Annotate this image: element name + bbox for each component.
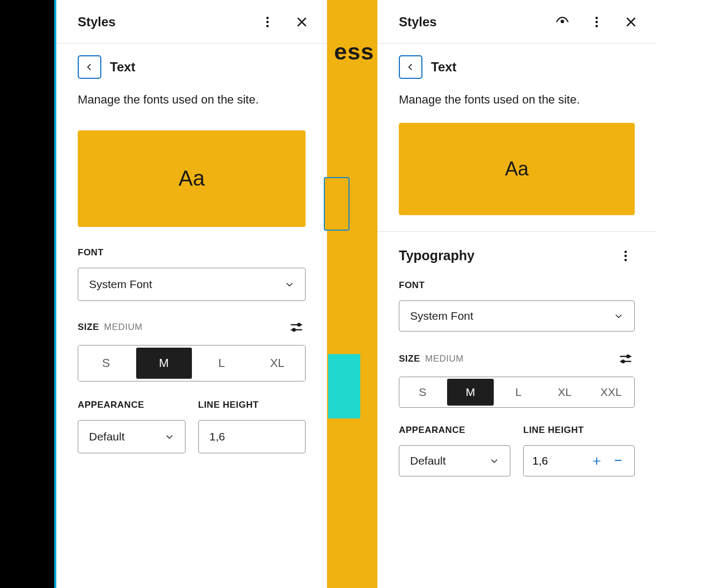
appearance-select[interactable]: Default	[399, 445, 510, 476]
typography-section-header: Typography	[399, 247, 635, 265]
panel-header-actions	[258, 13, 311, 31]
appearance-value: Default	[410, 454, 446, 467]
dots-vertical-icon	[261, 15, 274, 29]
panel-title: Styles	[78, 14, 116, 30]
custom-size-toggle[interactable]	[287, 318, 306, 336]
breadcrumb: Text	[78, 55, 306, 79]
styles-panel-left: Styles Text Manage the fonts used on the…	[56, 0, 327, 588]
size-segmented-control: SMLXLXXL	[399, 377, 635, 408]
svg-point-12	[625, 255, 627, 257]
lineheight-input[interactable]: 1,6	[198, 420, 306, 453]
canvas-preview-strip: ess	[327, 0, 377, 588]
close-icon	[295, 15, 309, 29]
panel-header-actions	[553, 13, 640, 31]
typography-preview: Aa	[399, 123, 635, 215]
size-header-row: SIZE MEDIUM	[399, 350, 635, 368]
chevron-left-icon	[406, 63, 415, 71]
canvas-shape	[324, 177, 350, 231]
custom-size-toggle[interactable]	[616, 350, 635, 368]
panel-header: Styles	[56, 0, 327, 43]
lineheight-label: LINE HEIGHT	[523, 425, 635, 436]
chevron-down-icon	[489, 456, 499, 466]
panel-header: Styles	[377, 0, 656, 43]
appearance-label: APPEARANCE	[78, 400, 185, 410]
preview-glyph: Aa	[179, 166, 205, 190]
lineheight-increment[interactable]: ＋	[589, 453, 604, 468]
size-option-xxl[interactable]: XXL	[588, 377, 634, 407]
font-select-value: System Font	[410, 310, 473, 322]
size-option-xl[interactable]: XL	[249, 346, 305, 381]
svg-point-2	[266, 25, 269, 27]
section-description: Manage the fonts used on the site.	[78, 92, 306, 108]
size-current-label: MEDIUM	[104, 322, 143, 332]
close-panel-button[interactable]	[293, 13, 311, 31]
size-option-l[interactable]: L	[194, 346, 250, 381]
svg-point-17	[621, 359, 625, 363]
size-current-label: MEDIUM	[425, 354, 464, 364]
eye-icon	[555, 15, 569, 29]
lineheight-label: LINE HEIGHT	[198, 400, 306, 410]
dots-vertical-icon	[590, 15, 604, 29]
lineheight-value: 1,6	[532, 454, 583, 467]
typography-preview: Aa	[78, 130, 306, 227]
font-label: FONT	[78, 247, 306, 258]
svg-point-0	[266, 17, 269, 19]
size-label: SIZE	[399, 354, 420, 364]
font-select[interactable]: System Font	[399, 300, 635, 332]
size-option-xl[interactable]: XL	[541, 377, 588, 407]
font-select[interactable]: System Font	[78, 268, 306, 301]
breadcrumb: Text	[399, 55, 635, 79]
size-label: SIZE	[78, 322, 99, 332]
sliders-icon	[289, 320, 304, 335]
typography-title: Typography	[399, 248, 474, 263]
size-header-row: SIZE MEDIUM	[78, 318, 306, 336]
size-segmented-control: SMLXL	[78, 345, 306, 381]
preview-glyph: Aa	[505, 158, 529, 180]
panel-title: Styles	[399, 14, 437, 30]
appearance-select[interactable]: Default	[78, 420, 185, 453]
more-options-button[interactable]	[588, 13, 606, 31]
svg-point-8	[596, 17, 598, 19]
chevron-left-icon	[85, 63, 94, 71]
close-panel-button[interactable]	[622, 13, 640, 31]
breadcrumb-current: Text	[431, 60, 457, 75]
svg-point-15	[626, 355, 630, 358]
typography-options-button[interactable]	[616, 247, 635, 265]
svg-point-4	[297, 323, 301, 327]
size-option-s[interactable]: S	[78, 346, 134, 381]
svg-point-13	[625, 259, 627, 261]
canvas-shape	[328, 354, 360, 418]
svg-point-7	[561, 20, 564, 24]
dots-vertical-icon	[619, 249, 633, 263]
more-options-button[interactable]	[258, 13, 277, 31]
svg-point-10	[596, 25, 598, 27]
editor-background-dark	[0, 0, 54, 588]
lineheight-value: 1,6	[210, 430, 225, 443]
size-option-s[interactable]: S	[399, 377, 445, 407]
lineheight-stepper[interactable]: 1,6 ＋ −	[523, 445, 635, 476]
font-label: FONT	[399, 280, 635, 291]
size-option-l[interactable]: L	[495, 377, 541, 407]
svg-point-1	[266, 21, 269, 23]
svg-point-11	[625, 251, 627, 253]
section-divider	[377, 231, 656, 232]
chevron-down-icon	[285, 280, 294, 289]
close-icon	[624, 15, 638, 29]
appearance-value: Default	[89, 430, 125, 443]
chevron-down-icon	[614, 311, 623, 321]
appearance-label: APPEARANCE	[399, 425, 510, 436]
size-option-m[interactable]: M	[136, 348, 192, 379]
chevron-down-icon	[165, 432, 174, 442]
font-select-value: System Font	[89, 278, 152, 291]
canvas-text-fragment: ess	[334, 39, 374, 65]
size-option-m[interactable]: M	[447, 379, 493, 406]
style-book-button[interactable]	[553, 13, 571, 31]
back-button[interactable]	[399, 55, 422, 79]
styles-panel-right: Styles Text Manage the fonts used on the…	[377, 0, 656, 588]
breadcrumb-current: Text	[110, 60, 136, 75]
section-description: Manage the fonts used on the site.	[399, 92, 635, 108]
back-button[interactable]	[78, 55, 101, 79]
lineheight-decrement[interactable]: −	[611, 453, 626, 468]
svg-point-6	[292, 328, 296, 332]
sliders-icon	[618, 351, 633, 366]
